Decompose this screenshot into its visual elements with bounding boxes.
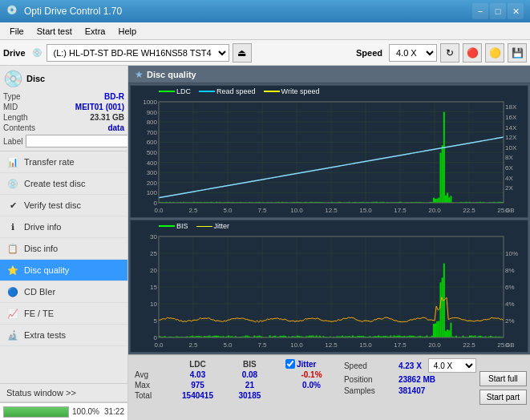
label-input[interactable]	[26, 135, 128, 147]
verify-test-disc-icon: ✔	[6, 199, 19, 212]
refresh-button[interactable]: ↻	[440, 43, 459, 63]
right-content: ★ Disc quality LDC Read speed	[128, 66, 530, 420]
status-window-label: Status window >>	[6, 388, 76, 398]
action-buttons: Start full Start part	[479, 358, 527, 417]
progress-bar	[3, 406, 69, 418]
app-title: Opti Drive Control 1.70	[24, 6, 471, 17]
speed-stat-label: Speed	[344, 361, 392, 370]
type-label: Type	[3, 92, 21, 101]
avg-jitter: -0.1%	[282, 370, 341, 380]
ldc-chart	[131, 86, 528, 217]
close-button[interactable]: ✕	[508, 3, 524, 19]
menubar: File Start test Extra Help	[0, 22, 530, 40]
ldc-header: LDC	[168, 358, 228, 370]
drive-icon: 💿	[32, 48, 42, 57]
total-ldc: 1540415	[168, 390, 228, 401]
progress-container: 100.0% 31:22	[0, 402, 127, 420]
settings-button2[interactable]: 🟡	[485, 43, 504, 63]
avg-ldc: 4.03	[168, 370, 228, 380]
progress-percent: 100.0%	[72, 407, 99, 416]
nav-cd-bier[interactable]: 🔵 CD BIer	[0, 281, 127, 303]
position-value: 23862 MB	[399, 375, 435, 384]
max-ldc: 975	[168, 380, 228, 390]
nav-verify-test-disc-label: Verify test disc	[24, 200, 81, 210]
nav-drive-info[interactable]: ℹ Drive info	[0, 216, 127, 238]
label-label: Label	[3, 137, 22, 146]
ldc-legend: LDC	[176, 87, 191, 95]
nav-transfer-rate-label: Transfer rate	[24, 157, 75, 167]
disc-section: 💿 Disc Type BD-R MID MEIT01 (001) Length…	[0, 66, 127, 151]
mid-value: MEIT01 (001)	[75, 103, 124, 111]
speed-label: Speed	[356, 48, 382, 58]
jitter-legend: Jitter	[214, 222, 230, 230]
start-part-button[interactable]: Start part	[479, 390, 527, 405]
menu-start-test[interactable]: Start test	[30, 25, 79, 38]
total-jitter	[282, 390, 341, 401]
bis-chart	[131, 220, 528, 352]
length-label: Length	[3, 113, 28, 122]
samples-value: 381407	[399, 386, 425, 395]
write-speed-legend: Write speed	[281, 87, 320, 95]
status-window-button[interactable]: Status window >>	[0, 384, 127, 402]
bis-header: BIS	[227, 358, 272, 370]
cd-bier-icon: 🔵	[6, 285, 19, 298]
fe-te-icon: 📈	[6, 307, 19, 320]
minimize-button[interactable]: −	[472, 3, 488, 19]
drive-info-icon: ℹ	[6, 220, 19, 233]
save-button[interactable]: 💾	[508, 43, 527, 63]
jitter-checkbox[interactable]	[285, 359, 295, 369]
speed-stat-select[interactable]: 4.0 X	[428, 358, 476, 373]
toolbar: Drive 💿 (L:) HL-DT-ST BD-RE WH16NS58 TST…	[0, 40, 530, 66]
settings-button1[interactable]: 🔴	[463, 43, 482, 63]
speed-select[interactable]: 4.0 X	[389, 44, 437, 62]
speed-stat-value: 4.23 X	[399, 361, 422, 370]
extra-tests-icon: 🔬	[6, 329, 19, 341]
quality-icon: ★	[135, 69, 144, 80]
start-full-button[interactable]: Start full	[479, 371, 527, 386]
menu-help[interactable]: Help	[111, 25, 143, 38]
nav-disc-info[interactable]: 📋 Disc info	[0, 238, 127, 260]
nav-extra-tests[interactable]: 🔬 Extra tests	[0, 325, 127, 346]
avg-bis: 0.08	[227, 370, 272, 380]
drive-label: Drive	[3, 48, 26, 58]
disc-graphic-icon: 💿	[3, 69, 23, 88]
drive-select[interactable]: (L:) HL-DT-ST BD-RE WH16NS58 TST4	[47, 44, 229, 62]
nav-fe-te[interactable]: 📈 FE / TE	[0, 303, 127, 325]
maximize-button[interactable]: □	[490, 3, 506, 19]
nav-cd-bier-label: CD BIer	[24, 287, 55, 297]
chart2-legend: BIS Jitter	[159, 222, 229, 230]
nav-drive-info-label: Drive info	[24, 222, 61, 232]
eject-button[interactable]: ⏏	[233, 43, 252, 63]
disc-section-title: Disc	[26, 74, 45, 83]
chart2-wrapper: BIS Jitter	[130, 220, 528, 353]
progress-fill	[4, 407, 68, 417]
max-bis: 21	[227, 380, 272, 390]
type-value: BD-R	[104, 92, 124, 101]
total-bis: 30185	[227, 390, 272, 401]
nav-create-test-disc[interactable]: 💿 Create test disc	[0, 173, 127, 195]
read-speed-legend: Read speed	[216, 87, 256, 95]
nav-extra-tests-label: Extra tests	[24, 330, 66, 340]
nav-disc-quality-label: Disc quality	[24, 265, 69, 275]
nav-verify-test-disc[interactable]: ✔ Verify test disc	[0, 195, 127, 216]
contents-label: Contents	[3, 123, 35, 132]
nav-items: 📊 Transfer rate 💿 Create test disc ✔ Ver…	[0, 151, 127, 383]
titlebar: 💿 Opti Drive Control 1.70 − □ ✕	[0, 0, 530, 22]
contents-value: data	[107, 123, 124, 132]
menu-extra[interactable]: Extra	[79, 25, 112, 38]
menu-file[interactable]: File	[3, 25, 30, 38]
main-layout: 💿 Disc Type BD-R MID MEIT01 (001) Length…	[0, 66, 530, 420]
disc-info-icon: 📋	[6, 242, 19, 255]
length-value: 23.31 GB	[90, 113, 124, 122]
max-jitter: 0.0%	[282, 380, 341, 390]
disc-quality-icon: ⭐	[6, 264, 19, 277]
create-test-disc-icon: 💿	[6, 177, 19, 190]
status-time: 31:22	[104, 407, 124, 416]
nav-transfer-rate[interactable]: 📊 Transfer rate	[0, 151, 127, 173]
charts-container: LDC Read speed Write speed	[128, 83, 530, 354]
total-label: Total	[131, 390, 168, 401]
avg-label: Avg	[131, 370, 168, 380]
chart1-legend: LDC Read speed Write speed	[159, 87, 319, 95]
nav-disc-quality[interactable]: ⭐ Disc quality	[0, 260, 127, 281]
stats-table: LDC BIS Jitter	[131, 358, 341, 417]
